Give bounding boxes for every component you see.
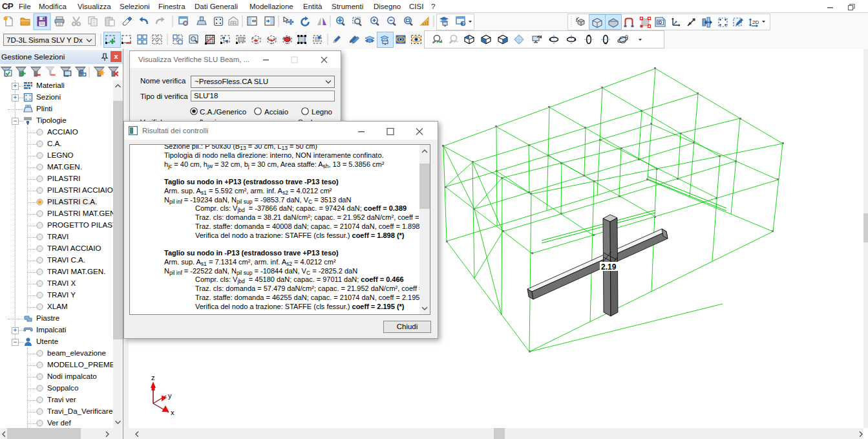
svg-text:2D: 2D [752,19,759,25]
svg-text:ID: ID [658,20,662,25]
svg-text:2.19: 2.19 [601,262,617,272]
svg-text:x: x [171,409,175,416]
svg-text:?: ? [462,21,465,27]
svg-text:z: z [151,374,155,381]
svg-text:y: y [168,392,172,400]
